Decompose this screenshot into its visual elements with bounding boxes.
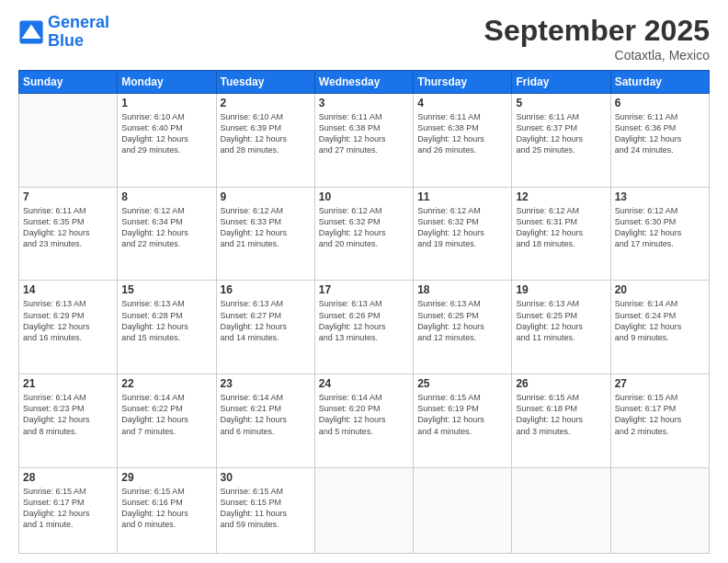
logo: General Blue	[18, 14, 109, 51]
month-title: September 2025	[484, 14, 710, 48]
day-number: 22	[121, 377, 211, 390]
day-number: 20	[615, 283, 705, 296]
day-header-monday: Monday	[118, 71, 216, 94]
day-number: 28	[23, 471, 113, 484]
day-number: 24	[319, 377, 409, 390]
day-header-tuesday: Tuesday	[216, 71, 314, 94]
day-number: 25	[417, 377, 507, 390]
day-info: Sunrise: 6:15 AM Sunset: 6:18 PM Dayligh…	[516, 392, 606, 437]
day-info: Sunrise: 6:14 AM Sunset: 6:20 PM Dayligh…	[319, 392, 409, 437]
calendar-cell: 25Sunrise: 6:15 AM Sunset: 6:19 PM Dayli…	[414, 374, 512, 468]
day-info: Sunrise: 6:13 AM Sunset: 6:25 PM Dayligh…	[516, 298, 606, 343]
day-info: Sunrise: 6:13 AM Sunset: 6:25 PM Dayligh…	[417, 298, 507, 343]
calendar-cell: 13Sunrise: 6:12 AM Sunset: 6:30 PM Dayli…	[610, 187, 709, 281]
header: General Blue September 2025 Cotaxtla, Me…	[18, 14, 710, 63]
location: Cotaxtla, Mexico	[484, 48, 710, 63]
day-number: 4	[417, 97, 507, 109]
day-number: 3	[319, 97, 409, 109]
day-number: 12	[516, 190, 606, 203]
day-number: 19	[516, 283, 606, 296]
calendar-cell	[19, 94, 118, 188]
day-info: Sunrise: 6:12 AM Sunset: 6:32 PM Dayligh…	[417, 205, 507, 250]
calendar-cell: 6Sunrise: 6:11 AM Sunset: 6:36 PM Daylig…	[610, 94, 709, 188]
day-number: 5	[516, 97, 606, 109]
day-number: 21	[23, 377, 113, 390]
day-header-saturday: Saturday	[610, 71, 709, 94]
title-block: September 2025 Cotaxtla, Mexico	[484, 14, 710, 63]
day-info: Sunrise: 6:15 AM Sunset: 6:17 PM Dayligh…	[23, 486, 113, 531]
day-number: 18	[417, 283, 507, 296]
calendar-cell: 16Sunrise: 6:13 AM Sunset: 6:27 PM Dayli…	[216, 281, 314, 374]
day-number: 27	[615, 377, 705, 390]
logo-icon	[18, 19, 44, 45]
calendar-cell: 8Sunrise: 6:12 AM Sunset: 6:34 PM Daylig…	[118, 187, 216, 281]
day-info: Sunrise: 6:14 AM Sunset: 6:21 PM Dayligh…	[221, 392, 311, 437]
day-number: 6	[615, 97, 705, 109]
calendar-cell	[414, 467, 512, 553]
day-number: 16	[221, 283, 311, 296]
day-info: Sunrise: 6:12 AM Sunset: 6:31 PM Dayligh…	[516, 205, 606, 250]
calendar-cell: 7Sunrise: 6:11 AM Sunset: 6:35 PM Daylig…	[19, 187, 118, 281]
day-info: Sunrise: 6:11 AM Sunset: 6:38 PM Dayligh…	[417, 111, 507, 156]
page: General Blue September 2025 Cotaxtla, Me…	[0, 0, 728, 563]
calendar-cell: 3Sunrise: 6:11 AM Sunset: 6:38 PM Daylig…	[314, 94, 413, 188]
day-number: 9	[221, 190, 311, 203]
day-number: 23	[221, 377, 311, 390]
day-info: Sunrise: 6:14 AM Sunset: 6:23 PM Dayligh…	[23, 392, 113, 437]
day-number: 15	[121, 283, 211, 296]
calendar-cell: 29Sunrise: 6:15 AM Sunset: 6:16 PM Dayli…	[118, 467, 216, 553]
calendar-week-4: 21Sunrise: 6:14 AM Sunset: 6:23 PM Dayli…	[19, 374, 710, 468]
day-info: Sunrise: 6:11 AM Sunset: 6:38 PM Dayligh…	[319, 111, 409, 156]
calendar-cell: 12Sunrise: 6:12 AM Sunset: 6:31 PM Dayli…	[512, 187, 610, 281]
calendar-cell: 1Sunrise: 6:10 AM Sunset: 6:40 PM Daylig…	[118, 94, 216, 188]
calendar-cell: 30Sunrise: 6:15 AM Sunset: 6:15 PM Dayli…	[216, 467, 314, 553]
day-number: 14	[23, 283, 113, 296]
calendar-cell: 9Sunrise: 6:12 AM Sunset: 6:33 PM Daylig…	[216, 187, 314, 281]
day-info: Sunrise: 6:15 AM Sunset: 6:15 PM Dayligh…	[221, 486, 311, 531]
calendar-cell: 26Sunrise: 6:15 AM Sunset: 6:18 PM Dayli…	[512, 374, 610, 468]
calendar-cell: 11Sunrise: 6:12 AM Sunset: 6:32 PM Dayli…	[414, 187, 512, 281]
day-info: Sunrise: 6:10 AM Sunset: 6:40 PM Dayligh…	[121, 111, 211, 156]
calendar-cell: 22Sunrise: 6:14 AM Sunset: 6:22 PM Dayli…	[118, 374, 216, 468]
day-info: Sunrise: 6:11 AM Sunset: 6:37 PM Dayligh…	[516, 111, 606, 156]
calendar-cell: 23Sunrise: 6:14 AM Sunset: 6:21 PM Dayli…	[216, 374, 314, 468]
calendar-cell: 27Sunrise: 6:15 AM Sunset: 6:17 PM Dayli…	[610, 374, 709, 468]
calendar-cell: 15Sunrise: 6:13 AM Sunset: 6:28 PM Dayli…	[118, 281, 216, 374]
day-info: Sunrise: 6:10 AM Sunset: 6:39 PM Dayligh…	[221, 111, 311, 156]
calendar-cell: 28Sunrise: 6:15 AM Sunset: 6:17 PM Dayli…	[19, 467, 118, 553]
day-number: 11	[417, 190, 507, 203]
day-info: Sunrise: 6:12 AM Sunset: 6:32 PM Dayligh…	[319, 205, 409, 250]
calendar-week-1: 1Sunrise: 6:10 AM Sunset: 6:40 PM Daylig…	[19, 94, 710, 188]
day-info: Sunrise: 6:13 AM Sunset: 6:26 PM Dayligh…	[319, 298, 409, 343]
calendar-cell: 4Sunrise: 6:11 AM Sunset: 6:38 PM Daylig…	[414, 94, 512, 188]
day-number: 26	[516, 377, 606, 390]
day-header-sunday: Sunday	[19, 71, 118, 94]
day-number: 30	[221, 471, 311, 484]
day-number: 13	[615, 190, 705, 203]
calendar-cell	[610, 467, 709, 553]
day-number: 29	[121, 471, 211, 484]
day-info: Sunrise: 6:13 AM Sunset: 6:27 PM Dayligh…	[221, 298, 311, 343]
day-number: 1	[121, 97, 211, 109]
calendar-cell: 18Sunrise: 6:13 AM Sunset: 6:25 PM Dayli…	[414, 281, 512, 374]
calendar-cell: 21Sunrise: 6:14 AM Sunset: 6:23 PM Dayli…	[19, 374, 118, 468]
calendar-cell	[314, 467, 413, 553]
calendar-header-row: SundayMondayTuesdayWednesdayThursdayFrid…	[19, 71, 710, 94]
day-info: Sunrise: 6:14 AM Sunset: 6:22 PM Dayligh…	[121, 392, 211, 437]
calendar-week-5: 28Sunrise: 6:15 AM Sunset: 6:17 PM Dayli…	[19, 467, 710, 553]
day-info: Sunrise: 6:13 AM Sunset: 6:28 PM Dayligh…	[121, 298, 211, 343]
calendar-cell: 14Sunrise: 6:13 AM Sunset: 6:29 PM Dayli…	[19, 281, 118, 374]
day-info: Sunrise: 6:12 AM Sunset: 6:30 PM Dayligh…	[615, 205, 705, 250]
day-info: Sunrise: 6:15 AM Sunset: 6:17 PM Dayligh…	[615, 392, 705, 437]
calendar-cell: 20Sunrise: 6:14 AM Sunset: 6:24 PM Dayli…	[610, 281, 709, 374]
day-header-wednesday: Wednesday	[314, 71, 413, 94]
calendar-cell: 17Sunrise: 6:13 AM Sunset: 6:26 PM Dayli…	[314, 281, 413, 374]
calendar-cell: 10Sunrise: 6:12 AM Sunset: 6:32 PM Dayli…	[314, 187, 413, 281]
day-info: Sunrise: 6:13 AM Sunset: 6:29 PM Dayligh…	[23, 298, 113, 343]
calendar-week-3: 14Sunrise: 6:13 AM Sunset: 6:29 PM Dayli…	[19, 281, 710, 374]
logo-text: General Blue	[48, 14, 109, 51]
calendar-table: SundayMondayTuesdayWednesdayThursdayFrid…	[18, 70, 710, 554]
day-info: Sunrise: 6:11 AM Sunset: 6:36 PM Dayligh…	[615, 111, 705, 156]
calendar-cell: 5Sunrise: 6:11 AM Sunset: 6:37 PM Daylig…	[512, 94, 610, 188]
day-header-thursday: Thursday	[414, 71, 512, 94]
